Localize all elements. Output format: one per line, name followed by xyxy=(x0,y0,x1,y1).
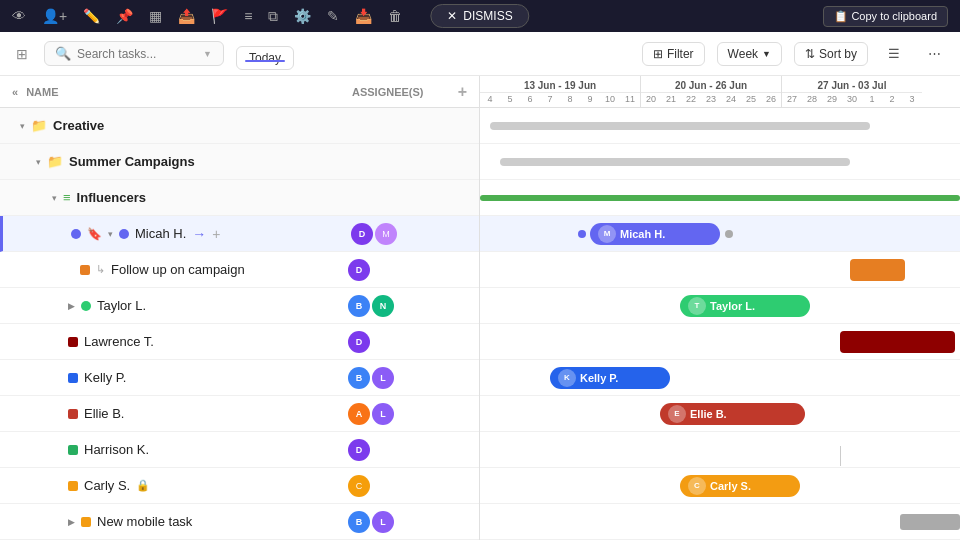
table-row[interactable]: Harrison K. D xyxy=(0,432,479,468)
table-row[interactable]: Kelly P. B L xyxy=(0,360,479,396)
table-row[interactable]: ▶ Taylor L. B N xyxy=(0,288,479,324)
task-name-harrison: Harrison K. xyxy=(84,442,149,457)
color-dot-lawrence xyxy=(68,337,78,347)
search-input[interactable] xyxy=(77,47,197,61)
gantt-bar-kelly[interactable]: K Kelly P. xyxy=(550,367,670,389)
row-assignees-followup: D xyxy=(340,259,479,281)
toolbar-icons: 👁 👤+ ✏️ 📌 ▦ 📤 🚩 ≡ ⧉ ⚙️ ✎ 📥 🗑 xyxy=(12,8,402,25)
gantt-avatar-micah: M xyxy=(598,225,616,243)
gantt-bar-followup[interactable] xyxy=(850,259,905,281)
table-row: ▾ 📁 Creative xyxy=(0,108,479,144)
gantt-row-micah: M Micah H. xyxy=(480,216,960,252)
status-dot[interactable] xyxy=(71,229,81,239)
gantt-bar-ellie[interactable]: E Ellie B. xyxy=(660,403,805,425)
task-name-taylor: Taylor L. xyxy=(97,298,146,313)
copy-icon[interactable]: ⧉ xyxy=(268,8,278,25)
eye-icon[interactable]: 👁 xyxy=(12,8,26,24)
date-cell: 6 xyxy=(520,93,540,105)
row-name-influencers: ▾ ≡ Influencers xyxy=(0,190,340,205)
search-dropdown-icon[interactable]: ▼ xyxy=(203,49,212,59)
dismiss-x: ✕ xyxy=(447,9,457,23)
week-label: Week xyxy=(728,47,758,61)
arrow-icon[interactable]: → xyxy=(192,226,206,242)
row-name-followup: ↳ Follow up on campaign xyxy=(0,262,340,277)
name-column-header: « NAME xyxy=(0,86,340,98)
add-column-icon[interactable]: + xyxy=(458,83,467,101)
gantt-avatar-taylor: T xyxy=(688,297,706,315)
bookmark-icon[interactable]: 🔖 xyxy=(87,227,102,241)
collapse-icon[interactable]: « xyxy=(12,86,18,98)
gantt-bar-carly[interactable]: C Carly S. xyxy=(680,475,800,497)
columns-icon[interactable]: ☰ xyxy=(880,40,908,68)
row-assignees-carly: C xyxy=(340,475,479,497)
task-name-followup: Follow up on campaign xyxy=(111,262,245,277)
task-name-micah: Micah H. xyxy=(135,226,186,241)
table-row[interactable]: ↳ Follow up on campaign D xyxy=(0,252,479,288)
expand-icon[interactable]: ▾ xyxy=(52,193,57,203)
user-add-icon[interactable]: 👤+ xyxy=(42,8,67,24)
expand-icon[interactable]: ▶ xyxy=(68,301,75,311)
gantt-bar-micah[interactable]: M Micah H. xyxy=(590,223,720,245)
color-dot-harrison xyxy=(68,445,78,455)
grid-icon[interactable]: ▦ xyxy=(149,8,162,24)
expand-icon[interactable]: ▾ xyxy=(108,229,113,239)
gantt-bar-lawrence[interactable] xyxy=(840,331,955,353)
row-assignees-newmobile: B L xyxy=(340,511,479,533)
task-name-kelly: Kelly P. xyxy=(84,370,126,385)
table-row[interactable]: Lawrence T. D xyxy=(0,324,479,360)
row-assignees-harrison: D xyxy=(340,439,479,461)
today-button[interactable]: Today xyxy=(236,46,294,70)
table-row[interactable]: Ellie B. A L xyxy=(0,396,479,432)
table-row[interactable]: 🔖 ▾ Micah H. → + D M xyxy=(0,216,479,252)
inbox-icon[interactable]: 📥 xyxy=(355,8,372,24)
avatar: B xyxy=(348,367,370,389)
upload-icon[interactable]: 📤 xyxy=(178,8,195,24)
table-row[interactable]: ▶ New mobile task B L xyxy=(0,504,479,540)
date-cell: 25 xyxy=(741,93,761,105)
trash-icon[interactable]: 🗑 xyxy=(388,8,402,24)
settings-icon[interactable]: ⚙️ xyxy=(294,8,311,24)
copy-clipboard-icon: 📋 xyxy=(834,10,848,22)
gantt-bar-label-kelly: Kelly P. xyxy=(580,372,618,384)
expand-icon[interactable]: ▾ xyxy=(36,157,41,167)
search-box[interactable]: 🔍 ▼ xyxy=(44,41,224,66)
gantt-rows: M Micah H. T Taylor L. xyxy=(480,108,960,540)
week-button[interactable]: Week ▼ xyxy=(717,42,782,66)
main-content: « NAME Assignee(s) + ▾ 📁 Creative ▾ 📁 Su… xyxy=(0,76,960,540)
filter-button[interactable]: ⊞ Filter xyxy=(642,42,705,66)
dismiss-label: DISMISS xyxy=(463,9,512,23)
edit2-icon[interactable]: ✎ xyxy=(327,8,339,24)
gantt-bar-taylor[interactable]: T Taylor L. xyxy=(680,295,810,317)
list-icon: ≡ xyxy=(63,190,71,205)
gantt-avatar-kelly: K xyxy=(558,369,576,387)
gantt-avatar-carly: C xyxy=(688,477,706,495)
dots-icon[interactable]: ⋯ xyxy=(920,40,948,68)
gantt-avatar-ellie: E xyxy=(668,405,686,423)
add-subtask-icon[interactable]: + xyxy=(212,226,220,242)
week-dropdown-icon: ▼ xyxy=(762,49,771,59)
row-assignees-ellie: A L xyxy=(340,403,479,425)
dismiss-button[interactable]: ✕ DISMISS xyxy=(430,4,529,28)
task-name-carly: Carly S. xyxy=(84,478,130,493)
gantt-row-newmobile xyxy=(480,504,960,540)
subtask-icon: ↳ xyxy=(96,263,105,276)
pin-icon[interactable]: 📌 xyxy=(116,8,133,24)
table-row[interactable]: Carly S. 🔒 C xyxy=(0,468,479,504)
date-cell: 10 xyxy=(600,93,620,105)
sort-icon: ⇅ xyxy=(805,47,815,61)
avatar: N xyxy=(372,295,394,317)
avatar: L xyxy=(372,403,394,425)
stack-icon[interactable]: ≡ xyxy=(244,8,252,24)
second-toolbar: ⊞ 🔍 ▼ Today ⊞ Filter Week ▼ ⇅ Sort by ☰ … xyxy=(0,32,960,76)
sort-button[interactable]: ⇅ Sort by xyxy=(794,42,868,66)
edit-icon[interactable]: ✏️ xyxy=(83,8,100,24)
flag-icon[interactable]: 🚩 xyxy=(211,8,228,24)
task-name-lawrence: Lawrence T. xyxy=(84,334,154,349)
gantt-bar-label-carly: Carly S. xyxy=(710,480,751,492)
expand-icon[interactable]: ▶ xyxy=(68,517,75,527)
collapse-sidebar-button[interactable]: ⊞ xyxy=(12,44,32,64)
copy-to-clipboard-button[interactable]: 📋 Copy to clipboard xyxy=(823,6,948,27)
date-cell: 26 xyxy=(761,93,781,105)
column-header: « NAME Assignee(s) + xyxy=(0,76,479,108)
expand-icon[interactable]: ▾ xyxy=(20,121,25,131)
